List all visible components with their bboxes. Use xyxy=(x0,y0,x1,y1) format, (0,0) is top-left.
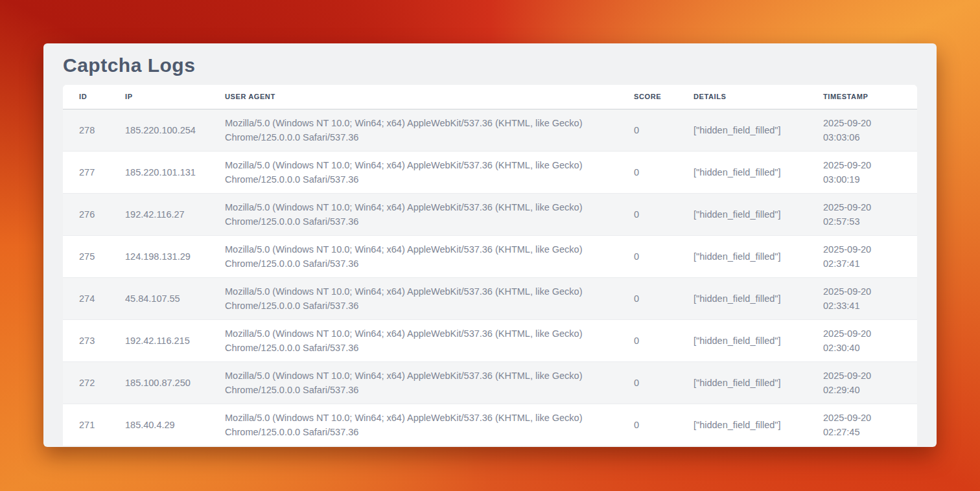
cell-score: 0 xyxy=(634,361,694,404)
cell-details: ["hidden_field_filled"] xyxy=(694,361,823,404)
cell-timestamp: 2025-09-20 02:37:41 xyxy=(823,235,917,277)
cell-details: ["hidden_field_filled"] xyxy=(694,277,823,319)
cell-id: 273 xyxy=(63,319,125,361)
cell-user-agent: Mozilla/5.0 (Windows NT 10.0; Win64; x64… xyxy=(225,319,634,361)
column-header-score: SCORE xyxy=(634,85,694,109)
column-header-timestamp: TIMESTAMP xyxy=(823,85,917,109)
cell-ip: 124.198.131.29 xyxy=(125,235,225,277)
table-row: 278 185.220.100.254 Mozilla/5.0 (Windows… xyxy=(63,109,917,151)
cell-details: ["hidden_field_filled"] xyxy=(694,193,823,235)
cell-id: 275 xyxy=(63,235,125,277)
cell-id: 277 xyxy=(63,151,125,193)
cell-user-agent: Mozilla/5.0 (Windows NT 10.0; Win64; x64… xyxy=(225,277,634,319)
cell-user-agent: Mozilla/5.0 (Windows NT 10.0; Win64; x64… xyxy=(225,109,634,151)
cell-ip: 45.84.107.55 xyxy=(125,277,225,319)
cell-id: 272 xyxy=(63,361,125,404)
cell-user-agent: Mozilla/5.0 (Windows NT 10.0; Win64; x64… xyxy=(225,404,634,446)
cell-timestamp: 2025-09-20 02:27:45 xyxy=(823,404,917,446)
cell-timestamp: 2025-09-20 03:00:19 xyxy=(823,151,917,193)
cell-score: 0 xyxy=(634,235,694,277)
cell-timestamp: 2025-09-20 02:33:41 xyxy=(823,277,917,319)
cell-details: ["hidden_field_filled"] xyxy=(694,404,823,446)
cell-ip: 192.42.116.215 xyxy=(125,319,225,361)
table-row: 271 185.40.4.29 Mozilla/5.0 (Windows NT … xyxy=(63,404,917,446)
cell-timestamp: 2025-09-20 02:57:53 xyxy=(823,193,917,235)
table-row: 274 45.84.107.55 Mozilla/5.0 (Windows NT… xyxy=(63,277,917,319)
column-header-details: DETAILS xyxy=(694,85,823,109)
cell-user-agent: Mozilla/5.0 (Windows NT 10.0; Win64; x64… xyxy=(225,235,634,277)
table-row: 272 185.100.87.250 Mozilla/5.0 (Windows … xyxy=(63,361,917,404)
table-row: 273 192.42.116.215 Mozilla/5.0 (Windows … xyxy=(63,319,917,361)
cell-score: 0 xyxy=(634,193,694,235)
cell-ip: 192.42.116.27 xyxy=(125,193,225,235)
cell-score: 0 xyxy=(634,277,694,319)
cell-details: ["hidden_field_filled"] xyxy=(694,109,823,151)
column-header-ip: IP xyxy=(125,85,225,109)
column-header-user_agent: USER AGENT xyxy=(225,85,634,109)
table-body: 278 185.220.100.254 Mozilla/5.0 (Windows… xyxy=(63,109,917,446)
cell-user-agent: Mozilla/5.0 (Windows NT 10.0; Win64; x64… xyxy=(225,361,634,404)
cell-timestamp: 2025-09-20 02:29:40 xyxy=(823,361,917,404)
cell-user-agent: Mozilla/5.0 (Windows NT 10.0; Win64; x64… xyxy=(225,193,634,235)
cell-timestamp: 2025-09-20 02:30:40 xyxy=(823,319,917,361)
table-row: 277 185.220.101.131 Mozilla/5.0 (Windows… xyxy=(63,151,917,193)
cell-score: 0 xyxy=(634,109,694,151)
cell-ip: 185.220.101.131 xyxy=(125,151,225,193)
cell-timestamp: 2025-09-20 03:03:06 xyxy=(823,109,917,151)
table-row: 275 124.198.131.29 Mozilla/5.0 (Windows … xyxy=(63,235,917,277)
page-title: Captcha Logs xyxy=(63,53,917,78)
cell-ip: 185.100.87.250 xyxy=(125,361,225,404)
table-row: 276 192.42.116.27 Mozilla/5.0 (Windows N… xyxy=(63,193,917,235)
cell-score: 0 xyxy=(634,151,694,193)
cell-details: ["hidden_field_filled"] xyxy=(694,235,823,277)
cell-ip: 185.40.4.29 xyxy=(125,404,225,446)
cell-id: 271 xyxy=(63,404,125,446)
cell-id: 274 xyxy=(63,277,125,319)
table-header-row: IDIPUSER AGENTSCOREDETAILSTIMESTAMP xyxy=(63,85,917,109)
cell-user-agent: Mozilla/5.0 (Windows NT 10.0; Win64; x64… xyxy=(225,151,634,193)
page-background: { "page": { "title": "Captcha Logs" }, "… xyxy=(0,0,980,491)
column-header-id: ID xyxy=(63,85,125,109)
cell-id: 278 xyxy=(63,109,125,151)
cell-ip: 185.220.100.254 xyxy=(125,109,225,151)
logs-table-container: IDIPUSER AGENTSCOREDETAILSTIMESTAMP 278 … xyxy=(63,85,917,446)
captcha-logs-card: Captcha Logs IDIPUSER AGENTSCOREDETAILST… xyxy=(43,43,937,447)
logs-table: IDIPUSER AGENTSCOREDETAILSTIMESTAMP 278 … xyxy=(63,85,917,446)
cell-score: 0 xyxy=(634,319,694,361)
cell-details: ["hidden_field_filled"] xyxy=(694,319,823,361)
cell-id: 276 xyxy=(63,193,125,235)
cell-score: 0 xyxy=(634,404,694,446)
cell-details: ["hidden_field_filled"] xyxy=(694,151,823,193)
